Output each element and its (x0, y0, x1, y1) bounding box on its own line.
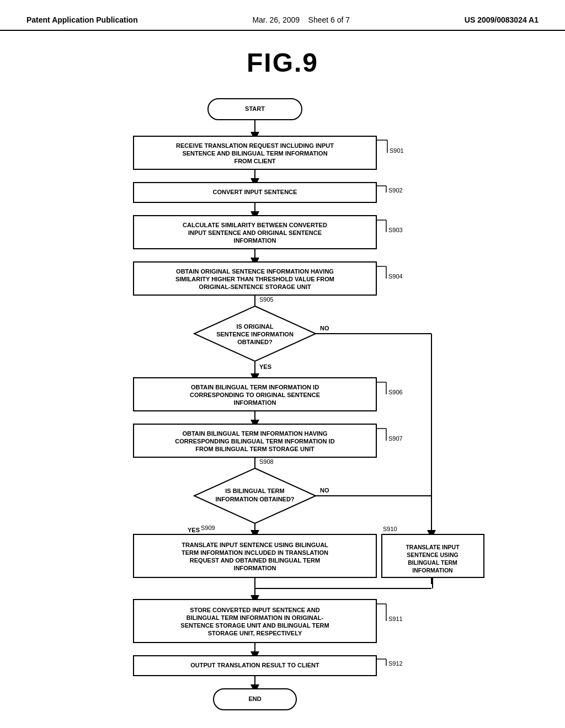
svg-text:SENTENCE INFORMATION: SENTENCE INFORMATION (216, 331, 294, 338)
svg-text:S908: S908 (259, 458, 274, 465)
svg-text:OBTAIN ORIGINAL SENTENCE INFOR: OBTAIN ORIGINAL SENTENCE INFORMATION HAV… (176, 268, 334, 275)
svg-text:INFORMATION: INFORMATION (234, 565, 276, 571)
svg-text:OBTAIN BILINGUAL TERM INFORMAT: OBTAIN BILINGUAL TERM INFORMATION HAVING (182, 430, 327, 437)
svg-text:S907: S907 (388, 435, 403, 442)
svg-text:REQUEST AND OBTAINED BILINGUAL: REQUEST AND OBTAINED BILINGUAL TERM (190, 557, 320, 564)
svg-text:SENTENCE STORAGE UNIT AND BILI: SENTENCE STORAGE UNIT AND BILINGUAL TERM (180, 622, 329, 629)
svg-text:IS ORIGINAL: IS ORIGINAL (236, 323, 274, 330)
svg-text:BILINGUAL TERM: BILINGUAL TERM (408, 559, 457, 566)
header-left: Patent Application Publication (26, 15, 138, 24)
svg-text:IS BILINGUAL TERM: IS BILINGUAL TERM (225, 488, 284, 494)
svg-text:OBTAIN BILINGUAL TERM INFORMAT: OBTAIN BILINGUAL TERM INFORMATION ID (191, 384, 319, 390)
svg-text:CALCULATE SIMILARITY BETWEEN C: CALCULATE SIMILARITY BETWEEN CONVERTED (183, 222, 327, 228)
svg-text:INFORMATION OBTAINED?: INFORMATION OBTAINED? (215, 496, 294, 502)
svg-text:RECEIVE TRANSLATION REQUEST IN: RECEIVE TRANSLATION REQUEST INCLUDING IN… (176, 142, 334, 149)
svg-text:START: START (245, 105, 265, 112)
svg-text:BILINGUAL TERM INFORMATION IN : BILINGUAL TERM INFORMATION IN ORIGINAL- (186, 614, 324, 621)
page-header: Patent Application Publication Mar. 26, … (0, 0, 565, 31)
diagram-area: FIG.9 .flow-text { font-family: Arial, s… (0, 31, 565, 722)
svg-text:ORIGINAL-SENTENCE STORAGE UNIT: ORIGINAL-SENTENCE STORAGE UNIT (199, 283, 311, 290)
svg-text:FROM BILINGUAL TERM STORAGE UN: FROM BILINGUAL TERM STORAGE UNIT (195, 446, 315, 452)
svg-text:NO: NO (320, 487, 329, 494)
svg-text:CORRESPONDING TO ORIGINAL SENT: CORRESPONDING TO ORIGINAL SENTENCE (190, 392, 320, 398)
svg-text:S912: S912 (388, 660, 403, 667)
svg-text:S911: S911 (388, 615, 403, 622)
svg-text:STORE CONVERTED INPUT SENTENCE: STORE CONVERTED INPUT SENTENCE AND (190, 607, 319, 613)
svg-text:CORRESPONDING BILINGUAL TERM I: CORRESPONDING BILINGUAL TERM INFORMATION… (175, 438, 334, 445)
svg-text:NO: NO (320, 325, 329, 331)
flowchart-svg: .flow-text { font-family: Arial, sans-se… (67, 93, 498, 722)
svg-text:S905: S905 (259, 296, 274, 303)
header-center: Mar. 26, 2009 Sheet 6 of 7 (252, 15, 350, 24)
page: Patent Application Publication Mar. 26, … (0, 0, 565, 728)
svg-text:S910: S910 (383, 526, 397, 532)
svg-text:TRANSLATE INPUT: TRANSLATE INPUT (406, 544, 460, 550)
svg-text:SENTENCE AND BILINGUAL TERM IN: SENTENCE AND BILINGUAL TERM INFORMATION (182, 150, 327, 157)
svg-text:S909: S909 (201, 524, 215, 531)
svg-text:FROM CLIENT: FROM CLIENT (234, 158, 275, 164)
svg-text:YES: YES (188, 527, 200, 533)
svg-text:S904: S904 (388, 273, 403, 280)
svg-text:YES: YES (259, 363, 271, 370)
svg-text:SENTENCE USING: SENTENCE USING (407, 552, 458, 558)
svg-text:STORAGE UNIT, RESPECTIVELY: STORAGE UNIT, RESPECTIVELY (208, 630, 302, 636)
svg-text:INFORMATION: INFORMATION (412, 567, 452, 574)
header-right: US 2009/0083024 A1 (465, 15, 539, 24)
svg-text:INPUT SENTENCE AND ORIGINAL SE: INPUT SENTENCE AND ORIGINAL SENTENCE (188, 229, 322, 236)
svg-text:INFORMATION: INFORMATION (234, 237, 276, 244)
svg-text:INFORMATION: INFORMATION (234, 399, 276, 406)
svg-text:S906: S906 (388, 389, 403, 395)
svg-text:OBTAINED?: OBTAINED? (237, 339, 273, 345)
svg-text:OUTPUT TRANSLATION RESULT TO C: OUTPUT TRANSLATION RESULT TO CLIENT (190, 662, 319, 668)
svg-text:S901: S901 (390, 147, 404, 154)
svg-text:TERM INFORMATION INCLUDED IN T: TERM INFORMATION INCLUDED IN TRANSLATION (182, 549, 328, 556)
svg-text:SIMILARITY HIGHER THAN THRESHO: SIMILARITY HIGHER THAN THRESHOLD VALUE F… (175, 276, 334, 282)
svg-text:CONVERT INPUT SENTENCE: CONVERT INPUT SENTENCE (213, 189, 297, 195)
figure-title: FIG.9 (247, 47, 318, 78)
svg-text:END: END (248, 695, 261, 702)
svg-text:S902: S902 (388, 187, 403, 194)
svg-text:S903: S903 (388, 227, 403, 233)
svg-text:TRANSLATE INPUT SENTENCE USING: TRANSLATE INPUT SENTENCE USING BILINGUAL (182, 542, 328, 548)
